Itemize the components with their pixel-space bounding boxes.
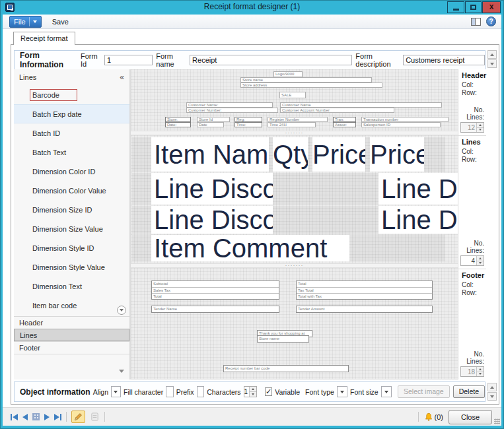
lines-design-canvas[interactable]: Item NameQtyPricePriceLine DiscountLine … — [131, 135, 458, 264]
design-object[interactable]: Customer Account Number — [280, 108, 394, 113]
file-menu-button[interactable]: File — [9, 16, 42, 28]
select-image-button[interactable]: Select image — [398, 385, 450, 398]
delete-button[interactable]: Delete — [453, 385, 485, 398]
sidebar-item-dimension-style-value[interactable]: Dimension Style Value — [14, 257, 129, 277]
design-object[interactable]: Line Discount — [378, 206, 458, 234]
scroll-down-button[interactable] — [487, 392, 497, 401]
sidebar-item-dimension-style-id[interactable]: Dimension Style ID — [14, 238, 129, 257]
design-object[interactable]: Store name — [257, 335, 309, 343]
sidebar-section-footer[interactable]: Footer — [14, 341, 129, 354]
minimize-button[interactable] — [447, 1, 464, 13]
tab-receipt-format[interactable]: Receipt format — [13, 32, 75, 45]
align-dropdown[interactable] — [111, 386, 121, 397]
design-object[interactable]: Store Id — [197, 117, 230, 122]
stepper-down-button[interactable] — [477, 261, 484, 266]
attachment-icon[interactable] — [90, 412, 100, 422]
scroll-up-button[interactable] — [487, 383, 497, 391]
no-lines-stepper[interactable]: 4 — [460, 255, 484, 266]
design-object[interactable]: Time 24H — [268, 122, 316, 127]
last-record-button[interactable] — [54, 414, 61, 420]
design-object[interactable]: Store address — [240, 82, 382, 88]
design-object[interactable]: Line Discount — [151, 206, 273, 234]
design-object[interactable]: Assoc: — [333, 122, 356, 127]
no-lines-stepper[interactable]: 12 — [460, 122, 484, 133]
save-button[interactable]: Save — [52, 18, 69, 26]
sidebar-item-batch-exp-date[interactable]: Batch Exp date — [14, 104, 129, 123]
edit-mode-button[interactable] — [71, 411, 85, 423]
design-object[interactable]: Reg: — [234, 117, 262, 122]
design-object[interactable]: Item Comment — [151, 235, 349, 261]
sidebar-item-item-bar-code[interactable]: Item bar code — [14, 296, 129, 315]
grid-view-button[interactable] — [32, 413, 40, 420]
section-splitter[interactable] — [131, 131, 458, 135]
notifications-button[interactable]: (0) — [424, 412, 443, 422]
list-scroll-down-button[interactable] — [117, 306, 126, 315]
sidebar-item-dimension-color-id[interactable]: Dimension Color ID — [14, 162, 129, 181]
design-object[interactable]: Tender Name — [151, 306, 279, 313]
sidebar-item-dimension-text[interactable]: Dimension Text — [14, 277, 129, 296]
design-object[interactable]: Customer Number: — [186, 108, 278, 113]
scroll-down-button[interactable] — [487, 59, 497, 68]
design-object[interactable]: Tender Amount — [296, 306, 433, 313]
close-button[interactable]: Close — [449, 410, 492, 424]
scroll-up-button[interactable] — [487, 50, 497, 59]
design-object[interactable]: Qty — [273, 137, 308, 172]
footer-design-canvas[interactable]: SubtotalSales TaxTotalTotalTax TotalTota… — [131, 268, 458, 379]
design-object[interactable]: Salesperson ID — [361, 122, 441, 127]
section-splitter[interactable] — [131, 263, 458, 268]
sidebar-item-dimension-size-value[interactable]: Dimension Size Value — [14, 219, 129, 238]
design-object[interactable]: Register Number — [268, 117, 328, 122]
design-object[interactable]: SALE — [279, 92, 306, 98]
sidebar-section-lines[interactable]: Lines — [14, 329, 129, 341]
previous-record-button[interactable] — [22, 414, 28, 420]
design-object[interactable]: Time: — [234, 122, 262, 127]
design-object[interactable]: Line Discount — [151, 173, 273, 205]
sidebar-section-header[interactable]: Header — [14, 316, 129, 329]
design-object[interactable]: Item Name — [151, 137, 269, 172]
design-object[interactable]: SubtotalSales TaxTotal — [151, 280, 279, 300]
design-object[interactable]: Customer Name — [280, 102, 442, 108]
sidebar-item-dimension-size-id[interactable]: Dimension Size ID — [14, 200, 129, 219]
characters-stepper[interactable]: 1 — [244, 386, 258, 397]
stepper-up-button[interactable] — [250, 387, 256, 391]
design-object[interactable]: Date — [197, 122, 224, 127]
first-record-button[interactable] — [11, 414, 18, 420]
help-icon[interactable] — [486, 16, 496, 26]
window-layout-icon[interactable] — [471, 18, 481, 26]
design-object[interactable]: Customer Name: — [186, 102, 273, 108]
design-object[interactable]: Tran: — [333, 117, 356, 122]
variable-checkbox[interactable] — [265, 387, 272, 396]
sidebar-item-barcode[interactable]: Barcode — [14, 85, 129, 104]
design-object[interactable]: Receipt number bar code — [223, 365, 349, 372]
design-object[interactable]: Price — [312, 137, 365, 172]
resize-grip[interactable] — [494, 418, 500, 424]
sidebar-item-dimension-color-value[interactable]: Dimension Color Value — [14, 181, 129, 200]
prefix-field[interactable] — [197, 386, 205, 397]
form-id-field[interactable]: 1 — [104, 55, 153, 65]
design-object[interactable]: Price — [370, 137, 424, 172]
maximize-button[interactable] — [465, 1, 482, 13]
stepper-down-button[interactable] — [250, 391, 256, 397]
design-object[interactable]: Line Discount — [378, 173, 458, 205]
design-object[interactable]: Date: — [165, 122, 191, 127]
header-design-canvas[interactable]: Logo/9000Store nameStore addressSALECust… — [131, 69, 458, 131]
font-type-dropdown[interactable] — [337, 386, 347, 397]
design-object[interactable]: Store name — [240, 77, 372, 82]
sidebar-item-batch-text[interactable]: Batch Text — [14, 143, 129, 162]
stepper-down-button[interactable] — [477, 127, 484, 133]
form-name-field[interactable]: Receipt — [190, 55, 352, 65]
stepper-down-button[interactable] — [477, 372, 484, 377]
design-object[interactable]: Store: — [165, 117, 191, 122]
fill-character-field[interactable] — [166, 386, 174, 397]
no-lines-stepper[interactable]: 18 — [460, 366, 484, 377]
close-window-button[interactable] — [482, 1, 501, 13]
title-bar[interactable]: Receipt format designer (1) — [0, 0, 504, 15]
sidebar-item-batch-id[interactable]: Batch ID — [14, 123, 129, 143]
collapse-panel-icon[interactable]: « — [120, 73, 124, 82]
design-object[interactable]: TotalTax TotalTotal with Tax — [296, 280, 433, 300]
design-object[interactable]: Logo/9000 — [273, 71, 303, 77]
design-object[interactable]: Transaction number — [361, 117, 449, 122]
next-record-button[interactable] — [44, 414, 50, 420]
form-description-field[interactable]: Customers receipt — [403, 55, 485, 65]
font-size-dropdown[interactable] — [381, 386, 392, 397]
